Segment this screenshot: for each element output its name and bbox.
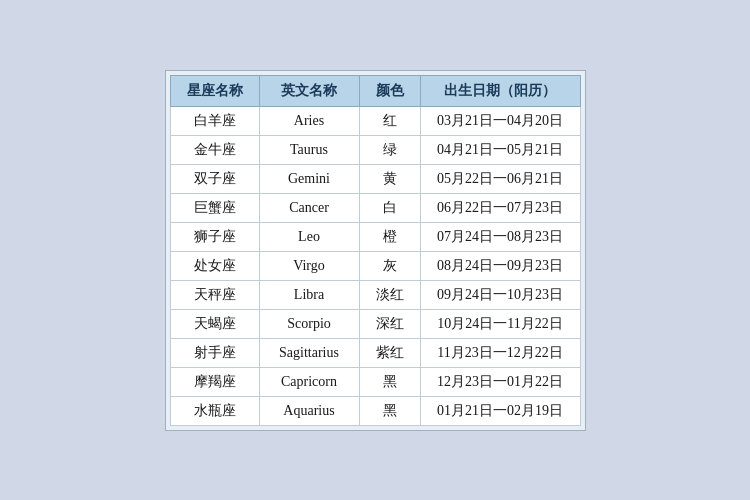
table-row: 射手座Sagittarius紫红11月23日一12月22日: [170, 338, 580, 367]
cell-color: 红: [359, 106, 420, 135]
cell-date: 01月21日一02月19日: [420, 396, 580, 425]
cell-en: Aries: [259, 106, 359, 135]
cell-color: 橙: [359, 222, 420, 251]
cell-en: Taurus: [259, 135, 359, 164]
cell-zh: 狮子座: [170, 222, 259, 251]
cell-zh: 天秤座: [170, 280, 259, 309]
table-row: 金牛座Taurus绿04月21日一05月21日: [170, 135, 580, 164]
cell-date: 09月24日一10月23日: [420, 280, 580, 309]
cell-date: 04月21日一05月21日: [420, 135, 580, 164]
header-color: 颜色: [359, 75, 420, 106]
table-row: 摩羯座Capricorn黑12月23日一01月22日: [170, 367, 580, 396]
table-header-row: 星座名称 英文名称 颜色 出生日期（阳历）: [170, 75, 580, 106]
cell-zh: 水瓶座: [170, 396, 259, 425]
cell-color: 白: [359, 193, 420, 222]
cell-color: 紫红: [359, 338, 420, 367]
cell-en: Sagittarius: [259, 338, 359, 367]
cell-date: 10月24日一11月22日: [420, 309, 580, 338]
table-body: 白羊座Aries红03月21日一04月20日金牛座Taurus绿04月21日一0…: [170, 106, 580, 425]
cell-zh: 金牛座: [170, 135, 259, 164]
cell-date: 06月22日一07月23日: [420, 193, 580, 222]
cell-en: Scorpio: [259, 309, 359, 338]
zodiac-table-container: 星座名称 英文名称 颜色 出生日期（阳历） 白羊座Aries红03月21日一04…: [165, 70, 586, 431]
cell-date: 12月23日一01月22日: [420, 367, 580, 396]
cell-en: Aquarius: [259, 396, 359, 425]
cell-color: 淡红: [359, 280, 420, 309]
cell-zh: 白羊座: [170, 106, 259, 135]
cell-zh: 天蝎座: [170, 309, 259, 338]
cell-en: Leo: [259, 222, 359, 251]
cell-zh: 射手座: [170, 338, 259, 367]
zodiac-table: 星座名称 英文名称 颜色 出生日期（阳历） 白羊座Aries红03月21日一04…: [170, 75, 581, 426]
cell-en: Capricorn: [259, 367, 359, 396]
cell-color: 黑: [359, 367, 420, 396]
header-zh: 星座名称: [170, 75, 259, 106]
cell-date: 11月23日一12月22日: [420, 338, 580, 367]
table-row: 白羊座Aries红03月21日一04月20日: [170, 106, 580, 135]
header-date: 出生日期（阳历）: [420, 75, 580, 106]
table-row: 处女座Virgo灰08月24日一09月23日: [170, 251, 580, 280]
cell-en: Cancer: [259, 193, 359, 222]
cell-color: 绿: [359, 135, 420, 164]
table-row: 巨蟹座Cancer白06月22日一07月23日: [170, 193, 580, 222]
cell-en: Virgo: [259, 251, 359, 280]
cell-color: 灰: [359, 251, 420, 280]
table-row: 狮子座Leo橙07月24日一08月23日: [170, 222, 580, 251]
cell-zh: 摩羯座: [170, 367, 259, 396]
cell-zh: 巨蟹座: [170, 193, 259, 222]
cell-date: 05月22日一06月21日: [420, 164, 580, 193]
cell-en: Gemini: [259, 164, 359, 193]
cell-date: 07月24日一08月23日: [420, 222, 580, 251]
table-row: 水瓶座Aquarius黑01月21日一02月19日: [170, 396, 580, 425]
cell-zh: 处女座: [170, 251, 259, 280]
cell-color: 黄: [359, 164, 420, 193]
cell-color: 深红: [359, 309, 420, 338]
cell-color: 黑: [359, 396, 420, 425]
cell-date: 03月21日一04月20日: [420, 106, 580, 135]
table-row: 天秤座Libra淡红09月24日一10月23日: [170, 280, 580, 309]
table-row: 双子座Gemini黄05月22日一06月21日: [170, 164, 580, 193]
table-row: 天蝎座Scorpio深红10月24日一11月22日: [170, 309, 580, 338]
header-en: 英文名称: [259, 75, 359, 106]
cell-date: 08月24日一09月23日: [420, 251, 580, 280]
cell-en: Libra: [259, 280, 359, 309]
cell-zh: 双子座: [170, 164, 259, 193]
